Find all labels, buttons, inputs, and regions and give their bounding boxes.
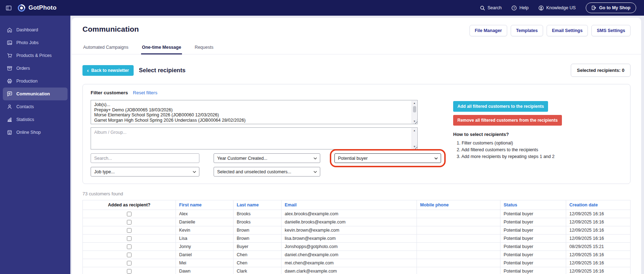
reset-filters-link[interactable]: Reset filters <box>133 90 157 95</box>
album-placeholder[interactable]: Album / Group... <box>94 130 408 135</box>
email-settings-button[interactable]: Email Settings <box>547 25 588 36</box>
topbar-knowledge-label: Knowledge US <box>546 5 576 10</box>
col-first-name[interactable]: First name <box>176 200 234 210</box>
customer-status-select[interactable]: Potential buyer <box>334 153 441 163</box>
col-last-name[interactable]: Last name <box>234 200 281 210</box>
recipient-checkbox[interactable] <box>127 269 132 274</box>
sidebar-item-dashboard[interactable]: Dashboard <box>3 23 68 36</box>
tab-requests[interactable]: Requests <box>194 42 214 54</box>
topbar-search-label: Search <box>488 5 502 10</box>
col-added-as-recipient: Added as recipient? <box>83 200 176 210</box>
cell-mobile-phone <box>417 259 500 267</box>
cell-creation-date: 12/09/2025 16:16 <box>566 259 630 267</box>
recipient-checkbox[interactable] <box>127 236 132 241</box>
customer-status-select-wrap: Potential buyer <box>334 153 441 163</box>
recipient-checkbox[interactable] <box>127 261 132 265</box>
filter-row-2: Job type... Selected and unselected cust… <box>91 167 442 176</box>
sidebar-item-orders[interactable]: Orders <box>3 62 68 75</box>
topbar-search[interactable]: Search <box>480 5 502 11</box>
storefront-icon <box>7 130 12 135</box>
col-creation-date[interactable]: Creation date <box>566 200 630 210</box>
recipient-checkbox[interactable] <box>127 228 132 233</box>
sidebar-item-products-prices[interactable]: Products & Prices <box>3 49 68 62</box>
cell-creation-date: 08/29/2025 15:21 <box>566 243 630 251</box>
cell-email: alex.brooks@example.com <box>281 210 417 218</box>
go-to-my-shop-button[interactable]: Go to My Shop <box>586 2 636 13</box>
table-row: Mei Chen mei.chen@example.com Potential … <box>83 259 630 267</box>
gotphoto-logo-text: GotPhoto <box>28 4 57 11</box>
sidebar-item-label: Orders <box>16 66 30 71</box>
year-customer-created-value: Year Customer Created... <box>217 156 267 161</box>
back-to-newsletter-button[interactable]: ‹ Back to newsletter <box>82 65 134 76</box>
cell-last-name: Buyer <box>234 243 281 251</box>
scrollbar-thumb[interactable] <box>413 106 416 112</box>
listbox-scrollbar: ▲ ▼ <box>412 128 417 149</box>
top-bar: GotPhoto Search ? Help Knowledge US Go <box>0 0 644 16</box>
recipient-checkbox[interactable] <box>127 244 132 249</box>
col-status[interactable]: Status <box>500 200 566 210</box>
recipient-checkbox-cell <box>83 210 176 218</box>
job-option[interactable]: Prepay+ Demo (JOB00065 18/03/2026) <box>94 107 408 113</box>
search-input[interactable] <box>91 153 199 163</box>
cell-creation-date: 12/09/2025 16:16 <box>566 267 630 274</box>
chevron-down-icon <box>193 171 196 173</box>
cell-mobile-phone <box>417 251 500 259</box>
content-card: Communication File Manager Templates Ema… <box>72 18 641 274</box>
sidebar-item-label: Dashboard <box>16 27 38 32</box>
col-mobile-phone[interactable]: Mobile phone <box>417 200 500 210</box>
cell-email: danielle.brooks@example.com <box>281 218 417 226</box>
cell-last-name: Chen <box>234 259 281 267</box>
chevron-down-icon <box>313 157 317 159</box>
file-manager-button[interactable]: File Manager <box>469 25 507 36</box>
section-title: Select recipients <box>139 67 186 74</box>
job-option[interactable]: Job(s)... <box>94 102 408 107</box>
album-group-listbox[interactable]: Album / Group... ▲ ▼ <box>91 127 418 149</box>
cell-mobile-phone <box>417 210 500 218</box>
templates-button[interactable]: Templates <box>511 25 543 36</box>
gotphoto-logo[interactable]: GotPhoto <box>17 4 57 12</box>
scroll-up-icon[interactable]: ▲ <box>412 128 417 133</box>
col-email[interactable]: Email <box>281 200 417 210</box>
selection-state-value: Selected and unselected customers... <box>217 169 291 174</box>
sidebar-item-label: Statistics <box>16 117 34 122</box>
tab-automated-campaigns[interactable]: Automated Campaigns <box>82 42 129 54</box>
sidebar-item-label: Online Shop <box>16 130 41 135</box>
cell-last-name: Chen <box>234 251 281 259</box>
topbar-knowledge[interactable]: Knowledge US <box>538 5 576 11</box>
job-option[interactable]: Garret Morgan High School Spring 2026 Un… <box>94 118 408 123</box>
recipient-checkbox-cell <box>83 226 176 235</box>
remove-all-filtered-button[interactable]: Remove all filtered customers from the r… <box>453 115 562 126</box>
recipient-checkbox[interactable] <box>127 212 132 216</box>
sidebar-item-statistics[interactable]: Statistics <box>3 113 68 126</box>
photo-icon <box>7 40 12 46</box>
tab-one-time-message[interactable]: One-time Message <box>141 42 182 54</box>
job-option[interactable]: Morse Elementary School Spring 2026 (JOB… <box>94 112 408 118</box>
sidebar-item-communication[interactable]: Communication <box>3 88 68 100</box>
add-all-filtered-button[interactable]: Add all filtered customers to the recipi… <box>453 101 548 112</box>
table-header-row: Added as recipient? First name Last name… <box>83 200 630 210</box>
cell-first-name: Mei <box>176 259 234 267</box>
sidebar-toggle-icon[interactable] <box>6 5 12 11</box>
howto-step: 1. Filter customers (optional) <box>457 140 562 147</box>
sidebar-item-contacts[interactable]: Contacts <box>3 100 68 113</box>
cell-creation-date: 12/09/2025 16:16 <box>566 210 630 218</box>
topbar-help[interactable]: ? Help <box>511 5 528 11</box>
cell-status: Potential buyer <box>500 259 566 267</box>
scroll-up-icon[interactable]: ▲ <box>412 101 417 105</box>
howto-step: 3. Add more recipients by repeating step… <box>457 153 562 160</box>
cell-status: Potential buyer <box>500 235 566 243</box>
cell-first-name: Dawn <box>176 267 234 274</box>
job-type-select[interactable]: Job type... <box>91 167 199 176</box>
filter-controls: Filter customers Reset filters Job(s)...… <box>91 90 442 176</box>
year-customer-created-select[interactable]: Year Customer Created... <box>214 153 320 163</box>
sidebar-item-production[interactable]: Production <box>3 75 68 88</box>
table-row: Kevin Brown kevin.brown@example.com Pote… <box>83 226 630 235</box>
sidebar-item-photo-jobs[interactable]: Photo Jobs <box>3 36 68 49</box>
recipient-checkbox[interactable] <box>127 253 132 257</box>
recipient-checkbox[interactable] <box>127 220 132 225</box>
selection-state-select[interactable]: Selected and unselected customers... <box>214 167 320 176</box>
sidebar-item-online-shop[interactable]: Online Shop <box>3 126 68 139</box>
sms-settings-button[interactable]: SMS Settings <box>591 25 630 36</box>
job-filter-listbox[interactable]: Job(s)... Prepay+ Demo (JOB00065 18/03/2… <box>91 100 418 124</box>
cell-mobile-phone <box>417 243 500 251</box>
